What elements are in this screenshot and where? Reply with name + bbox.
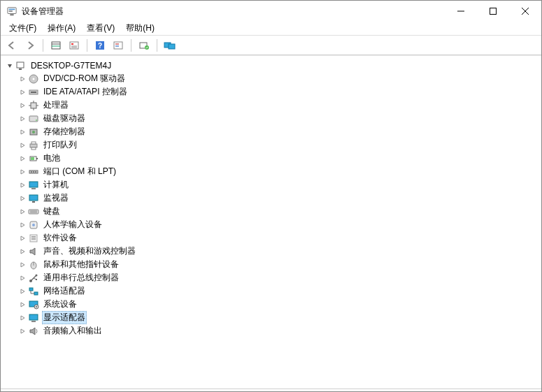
- chevron-right-icon[interactable]: [17, 313, 27, 323]
- tree-item[interactable]: DVD/CD-ROM 驱动器: [5, 72, 541, 85]
- menu-help[interactable]: 帮助(H): [120, 22, 160, 35]
- chevron-right-icon[interactable]: [17, 273, 27, 283]
- chevron-right-icon[interactable]: [17, 140, 27, 150]
- tree-item-label: 端口 (COM 和 LPT): [42, 166, 117, 177]
- chevron-right-icon[interactable]: [17, 101, 27, 110]
- chevron-right-icon[interactable]: [17, 154, 27, 164]
- chevron-right-icon[interactable]: [17, 180, 27, 190]
- svg-rect-44: [31, 157, 34, 160]
- tree-item[interactable]: 计算机: [5, 178, 541, 191]
- tree-item[interactable]: 人体学输入设备: [5, 218, 541, 231]
- tree-item-label: 监视器: [42, 192, 70, 204]
- menu-view[interactable]: 查看(V): [81, 22, 120, 35]
- hid-icon: [28, 219, 39, 231]
- toolbar-detail-button[interactable]: [48, 38, 64, 53]
- tree-item-label: 显示适配器: [42, 311, 87, 324]
- ide-icon: [28, 87, 39, 98]
- svg-rect-75: [29, 314, 38, 320]
- battery-icon: [28, 153, 39, 164]
- toolbar-properties-button[interactable]: [66, 38, 83, 53]
- printer-icon: [28, 140, 39, 151]
- display-icon: [28, 312, 39, 324]
- toolbar-scan-button[interactable]: [136, 38, 152, 53]
- app-icon: [6, 6, 17, 17]
- svg-rect-19: [115, 45, 119, 47]
- tree-item[interactable]: 声音、视频和游戏控制器: [5, 245, 541, 258]
- tree-item-label: 键盘: [42, 205, 62, 217]
- tree-item-label: 存储控制器: [42, 126, 87, 138]
- chevron-right-icon[interactable]: [17, 167, 27, 177]
- svg-rect-18: [115, 43, 119, 45]
- svg-point-65: [36, 274, 38, 276]
- chevron-right-icon[interactable]: [17, 233, 27, 243]
- tree-item[interactable]: 网络适配器: [5, 284, 541, 298]
- menubar: 文件(F) 操作(A) 查看(V) 帮助(H): [1, 22, 541, 36]
- svg-point-46: [31, 171, 32, 173]
- tree-item[interactable]: 鼠标和其他指针设备: [5, 258, 541, 271]
- tree-item[interactable]: 通用串行总线控制器: [5, 271, 541, 284]
- port-icon: [28, 166, 39, 177]
- tree-item[interactable]: IDE ATA/ATAPI 控制器: [5, 85, 541, 99]
- computer-icon: [28, 180, 39, 191]
- svg-rect-76: [31, 321, 36, 322]
- tree-item[interactable]: 系统设备: [5, 298, 541, 311]
- menu-file[interactable]: 文件(F): [3, 22, 42, 35]
- svg-point-27: [33, 78, 35, 80]
- cpu-icon: [28, 100, 39, 111]
- storage-icon: [28, 126, 39, 138]
- tree-item[interactable]: 处理器: [5, 99, 541, 112]
- chevron-right-icon[interactable]: [17, 207, 27, 217]
- tree-root-label: DESKTOP-G7TEM4J: [29, 61, 113, 71]
- chevron-right-icon[interactable]: [17, 87, 27, 97]
- chevron-right-icon[interactable]: [17, 300, 27, 310]
- minimize-button[interactable]: [445, 1, 477, 22]
- tree-item-label: 打印队列: [42, 139, 78, 151]
- chevron-right-icon[interactable]: [17, 220, 27, 230]
- tree-item[interactable]: 音频输入和输出: [5, 324, 541, 337]
- svg-rect-3: [10, 14, 13, 15]
- audio-icon: [28, 326, 39, 337]
- maximize-button[interactable]: [477, 1, 509, 22]
- toolbar-refresh-button[interactable]: [110, 38, 127, 53]
- toolbar-back-button[interactable]: [3, 38, 20, 53]
- disk-icon: [28, 113, 39, 124]
- toolbar-monitors-button[interactable]: [162, 38, 178, 53]
- tree-root-node[interactable]: DESKTOP-G7TEM4J: [5, 59, 541, 72]
- tree-item[interactable]: 键盘: [5, 205, 541, 218]
- toolbar-help-button[interactable]: ?: [92, 38, 108, 53]
- device-tree[interactable]: DESKTOP-G7TEM4J DVD/CD-ROM 驱动器 IDE ATA/A…: [1, 55, 541, 389]
- svg-rect-40: [31, 142, 36, 144]
- chevron-right-icon[interactable]: [17, 114, 27, 124]
- chevron-right-icon[interactable]: [17, 247, 27, 256]
- svg-rect-52: [32, 201, 35, 203]
- tree-item[interactable]: 电池: [5, 152, 541, 165]
- chevron-right-icon[interactable]: [17, 260, 27, 270]
- tree-item[interactable]: 磁盘驱动器: [5, 112, 541, 125]
- tree-item[interactable]: 端口 (COM 和 LPT): [5, 165, 541, 178]
- chevron-right-icon[interactable]: [17, 194, 27, 203]
- tree-item[interactable]: 存储控制器: [5, 125, 541, 138]
- tree-item[interactable]: 打印队列: [5, 138, 541, 152]
- tree-item[interactable]: 显示适配器: [5, 311, 541, 324]
- toolbar-separator: [131, 39, 131, 52]
- chevron-right-icon[interactable]: [17, 286, 27, 296]
- tree-item[interactable]: 软件设备: [5, 231, 541, 245]
- svg-rect-5: [490, 8, 497, 15]
- tree-item-label: 鼠标和其他指针设备: [42, 259, 120, 270]
- chevron-right-icon[interactable]: [17, 127, 27, 137]
- svg-rect-67: [36, 279, 37, 280]
- chevron-down-icon[interactable]: [5, 61, 15, 71]
- network-icon: [28, 286, 39, 297]
- toolbar-forward-button[interactable]: [22, 38, 38, 53]
- usb-icon: [28, 273, 39, 284]
- tree-item[interactable]: 监视器: [5, 191, 541, 205]
- svg-rect-12: [71, 43, 73, 45]
- svg-rect-53: [29, 210, 38, 214]
- chevron-right-icon[interactable]: [17, 74, 27, 84]
- svg-rect-51: [29, 195, 38, 201]
- svg-point-48: [35, 171, 36, 173]
- svg-rect-25: [19, 68, 22, 70]
- close-button[interactable]: [509, 1, 541, 22]
- chevron-right-icon[interactable]: [17, 326, 27, 336]
- menu-action[interactable]: 操作(A): [42, 22, 81, 35]
